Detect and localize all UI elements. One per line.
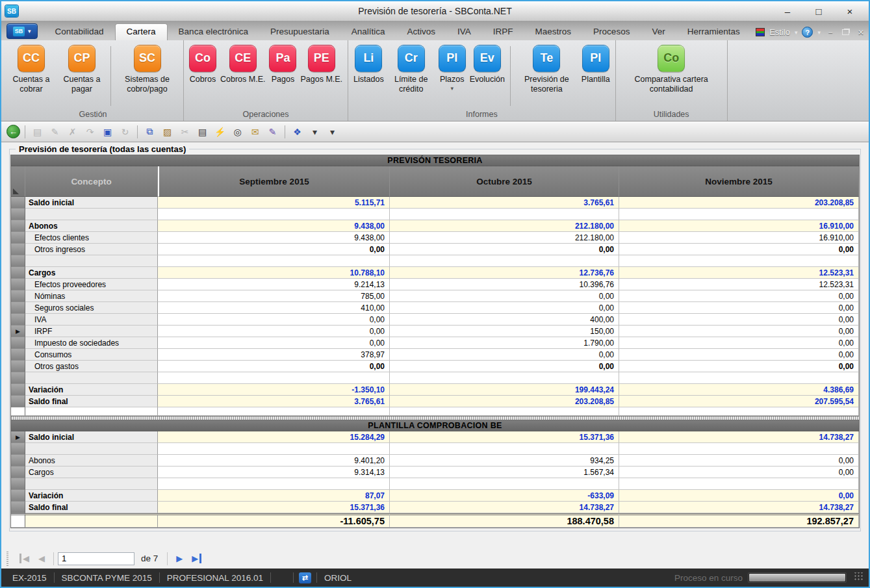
value-cell[interactable]: 3.765,61 (390, 197, 619, 209)
row-header-cell[interactable] (11, 197, 25, 209)
value-cell[interactable] (390, 372, 619, 384)
value-cell[interactable] (390, 478, 619, 490)
page-number-input[interactable] (58, 552, 134, 565)
value-cell[interactable]: 9.214,13 (158, 279, 390, 290)
row-header-cell[interactable] (11, 384, 25, 396)
concept-cell[interactable] (25, 513, 158, 528)
concept-cell[interactable]: Efectos proveedores (25, 279, 158, 290)
value-cell[interactable]: 0,00 (158, 244, 390, 255)
row-header-cell[interactable] (11, 337, 25, 349)
value-cell[interactable]: 14.738,27 (390, 502, 619, 513)
value-cell[interactable]: 1.790,00 (390, 337, 619, 349)
value-cell[interactable] (158, 443, 390, 455)
tab-maestros[interactable]: Maestros (524, 23, 583, 40)
value-cell[interactable]: 15.371,36 (390, 431, 619, 443)
mdi-minimize-button[interactable]: − (825, 28, 836, 37)
column-header-concepto[interactable]: Concepto (25, 166, 158, 197)
concept-cell[interactable]: Nóminas (25, 290, 158, 302)
ribbon-button-límite-de-crédito[interactable]: CrLímite de crédito (388, 45, 435, 95)
paste-icon[interactable]: ▨ (160, 124, 175, 139)
value-cell[interactable]: 0,00 (390, 290, 619, 302)
concept-cell[interactable]: Variación (25, 490, 158, 502)
concept-cell[interactable] (25, 255, 158, 267)
concept-cell[interactable] (25, 209, 158, 220)
value-cell[interactable]: 0,00 (390, 349, 619, 361)
value-cell[interactable] (158, 255, 390, 267)
estilo-label[interactable]: Estilo (769, 27, 790, 37)
value-cell[interactable]: 15.371,36 (158, 502, 390, 513)
value-cell[interactable]: 12.523,31 (619, 279, 859, 290)
row-header-cell[interactable] (11, 455, 25, 467)
value-cell[interactable] (158, 407, 390, 416)
minimize-button[interactable]: – (780, 6, 795, 17)
value-cell[interactable]: 1.567,34 (390, 467, 619, 478)
value-cell[interactable]: -11.605,75 (158, 513, 390, 528)
value-cell[interactable]: 12.523,31 (619, 267, 859, 279)
value-cell[interactable]: 0,00 (619, 314, 859, 326)
concept-cell[interactable]: Cargos (25, 467, 158, 478)
row-header-cell[interactable] (11, 244, 25, 255)
value-cell[interactable]: 0,00 (619, 349, 859, 361)
ribbon-button-cuentas-a-cobrar[interactable]: CCCuentas a cobrar (8, 45, 55, 95)
column-header-septiembre-2015[interactable]: Septiembre 2015 (158, 166, 390, 197)
row-header-cell[interactable] (11, 279, 25, 290)
concept-cell[interactable]: Saldo final (25, 396, 158, 407)
help-caret-icon[interactable]: ▾ (817, 29, 821, 36)
toolbar-overflow-icon[interactable]: ▾ (325, 124, 340, 139)
save-icon[interactable]: ▣ (100, 124, 115, 139)
value-cell[interactable]: 934,25 (390, 455, 619, 467)
ribbon-button-evolución[interactable]: EvEvolución (470, 45, 505, 84)
value-cell[interactable]: 188.470,58 (390, 513, 619, 528)
value-cell[interactable] (390, 255, 619, 267)
concept-cell[interactable] (25, 372, 158, 384)
tab-procesos[interactable]: Procesos (582, 23, 641, 40)
row-header-cell[interactable] (11, 220, 25, 232)
concept-cell[interactable]: Saldo inicial (25, 197, 158, 209)
row-header-cell[interactable] (11, 513, 25, 528)
concept-cell[interactable]: Otros ingresos (25, 244, 158, 255)
value-cell[interactable]: 212.180,00 (390, 232, 619, 244)
value-cell[interactable] (619, 443, 859, 455)
value-cell[interactable]: 150,00 (390, 326, 619, 337)
value-cell[interactable]: 0,00 (619, 490, 859, 502)
row-header-cell[interactable] (11, 502, 25, 513)
value-cell[interactable]: 203.208,85 (619, 197, 859, 209)
mdi-close-button[interactable]: ✕ (856, 28, 866, 37)
row-header-cell[interactable] (11, 314, 25, 326)
value-cell[interactable]: 9.438,00 (158, 232, 390, 244)
value-cell[interactable]: 203.208,85 (390, 396, 619, 407)
concept-cell[interactable]: Variación (25, 384, 158, 396)
row-header-cell[interactable] (11, 372, 25, 384)
tab-cartera[interactable]: Cartera (115, 23, 168, 40)
row-header-cell[interactable] (11, 396, 25, 407)
ribbon-button-pagos-m-e[interactable]: PEPagos M.E. (300, 45, 342, 84)
ribbon-button-pagos[interactable]: PaPagos (269, 45, 296, 84)
value-cell[interactable]: 87,07 (158, 490, 390, 502)
value-cell[interactable]: 0,00 (158, 337, 390, 349)
next-page-button[interactable]: ▶ (176, 554, 183, 563)
value-cell[interactable]: 0,00 (619, 361, 859, 372)
concept-cell[interactable]: IVA (25, 314, 158, 326)
value-cell[interactable]: 192.857,27 (619, 513, 859, 528)
value-cell[interactable]: 199.443,24 (390, 384, 619, 396)
value-cell[interactable]: 212.180,00 (390, 220, 619, 232)
value-cell[interactable]: 0,00 (619, 455, 859, 467)
value-cell[interactable]: 0,00 (619, 337, 859, 349)
tab-ver[interactable]: Ver (641, 23, 676, 40)
ribbon-button-comparativa-cartera-contabilidad[interactable]: CoComparativa cartera contabilidad (621, 45, 722, 95)
maximize-button[interactable]: □ (812, 6, 826, 17)
value-cell[interactable] (619, 478, 859, 490)
ribbon-button-previsión-de-tesoreria[interactable]: TePrevisión de tesoreria (516, 45, 578, 95)
value-cell[interactable]: 10.788,10 (158, 267, 390, 279)
ribbon-button-cobros[interactable]: CoCobros (189, 45, 216, 84)
value-cell[interactable]: 9.314,13 (158, 467, 390, 478)
value-cell[interactable] (619, 255, 859, 267)
ribbon-button-plazos[interactable]: PlPlazos▾ (439, 45, 466, 92)
chevron-down-icon[interactable]: ▾ (450, 85, 454, 92)
layout-caret-icon[interactable]: ▾ (307, 124, 322, 139)
concept-cell[interactable]: IRPF (25, 326, 158, 337)
value-cell[interactable] (158, 478, 390, 490)
preview-icon[interactable]: ◎ (230, 124, 245, 139)
value-cell[interactable]: 0,00 (619, 290, 859, 302)
back-icon[interactable]: ← (6, 125, 20, 138)
